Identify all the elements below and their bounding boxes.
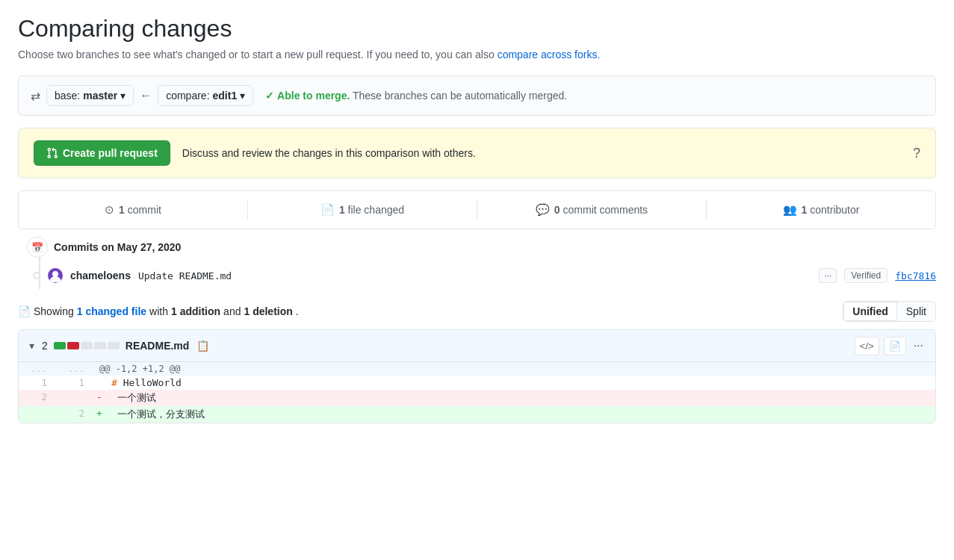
- more-options-button[interactable]: ···: [911, 336, 926, 355]
- new-line-num: 1: [56, 376, 93, 390]
- files-header: 📄 Showing 1 changed file with 1 addition…: [18, 301, 936, 322]
- split-view-button[interactable]: Split: [897, 302, 935, 321]
- base-branch-button[interactable]: base: master ▾: [46, 85, 134, 106]
- old-line-num-add: [19, 406, 56, 423]
- files-count: 1 file changed: [339, 204, 404, 216]
- diff-deleted-row: 2 - 一个测试: [19, 390, 935, 406]
- deletion-count: 1 deletion: [244, 305, 292, 317]
- compare-branch-button[interactable]: compare: edit1 ▾: [158, 85, 253, 106]
- stat-commits: ⊙ 1 commit: [19, 200, 247, 220]
- pr-icon: [46, 147, 58, 159]
- unified-view-button[interactable]: Unified: [843, 302, 896, 321]
- hunk-old-num: ...: [19, 362, 56, 376]
- code-line: # HelloWorld: [105, 376, 935, 390]
- base-label: base:: [55, 90, 80, 102]
- del-sign: -: [93, 390, 105, 406]
- merge-desc: These branches can be automatically merg…: [353, 90, 567, 102]
- diff-file-icons: </> 📄 ···: [855, 336, 926, 355]
- and-text: and: [223, 305, 241, 317]
- hunk-new-num: ...: [56, 362, 93, 376]
- showing-text: Showing: [34, 305, 74, 317]
- diff-added-row: 2 + 一个测试，分支测试: [19, 406, 935, 423]
- commit-dots-button[interactable]: ···: [819, 268, 837, 283]
- comments-count: 0 commit comments: [554, 204, 648, 216]
- pr-description: Discuss and review the changes in this c…: [182, 147, 476, 159]
- timeline: 📅 Commits on May 27, 2020 chameloens Upd…: [18, 241, 936, 289]
- chevron-down-icon-2: ▾: [240, 90, 245, 102]
- diff-block: ▾ 2 README.md 📋 </> 📄 ··· ... ... @@ -1: [18, 329, 936, 423]
- chevron-down-icon: ▾: [120, 90, 126, 102]
- commit-hash-link[interactable]: fbc7816: [895, 270, 936, 281]
- files-changed-icon: 📄: [18, 305, 31, 317]
- collapse-button[interactable]: ▾: [28, 338, 36, 353]
- check-icon: ✓: [265, 90, 274, 102]
- add-code-line: 一个测试，分支测试: [105, 406, 935, 423]
- line-sign: [93, 376, 105, 390]
- added-pill: [54, 342, 66, 349]
- diff-table: ... ... @@ -1,2 +1,2 @@ 1 1 # HelloWorld…: [19, 362, 935, 423]
- commits-section: 📅 Commits on May 27, 2020 chameloens Upd…: [18, 241, 936, 289]
- copy-path-button[interactable]: 📋: [195, 338, 211, 353]
- old-line-num-del: 2: [19, 390, 56, 406]
- with-text: with: [149, 305, 168, 317]
- compare-label: compare:: [166, 90, 209, 102]
- stats-bar: ⊙ 1 commit 📄 1 file changed 💬 0 commit c…: [18, 190, 936, 229]
- stat-contributors: 👥 1 contributor: [706, 200, 935, 220]
- base-branch-name: master: [83, 90, 117, 102]
- commit-message: Update README.md: [138, 270, 811, 281]
- removed-pill: [67, 342, 79, 349]
- commit-dot: [33, 272, 40, 279]
- new-line-num-del: [56, 390, 93, 406]
- merge-status: ✓ Able to merge. These branches can be a…: [265, 90, 567, 102]
- diff-filename: README.md: [126, 340, 190, 352]
- diff-hunk-row: ... ... @@ -1,2 +1,2 @@: [19, 362, 935, 376]
- contributors-icon: 👥: [783, 203, 797, 217]
- branch-bar: ⇄ base: master ▾ ← compare: edit1 ▾ ✓ Ab…: [18, 75, 936, 116]
- changed-files-link[interactable]: 1 changed file: [77, 305, 146, 317]
- commit-count: 1 commit: [119, 204, 161, 216]
- old-line-num: 1: [19, 376, 56, 390]
- view-rendered-button[interactable]: 📄: [884, 337, 906, 355]
- subtitle: Choose two branches to see what's change…: [18, 49, 936, 60]
- pr-banner: Create pull request Discuss and review t…: [18, 128, 936, 178]
- compare-forks-link[interactable]: compare across forks.: [498, 49, 601, 60]
- addition-count: 1 addition: [171, 305, 220, 317]
- diff-normal-row: 1 1 # HelloWorld: [19, 376, 935, 390]
- commit-verified-badge: Verified: [844, 268, 888, 283]
- pr-banner-left: Create pull request Discuss and review t…: [34, 140, 476, 166]
- arrow-icon: ←: [140, 89, 152, 102]
- svg-point-0: [52, 271, 58, 277]
- commit-icon: ⊙: [105, 203, 114, 217]
- commits-date-header: 📅 Commits on May 27, 2020: [48, 241, 936, 253]
- neutral-pill-2: [94, 342, 106, 349]
- hunk-header-content: @@ -1,2 +1,2 @@: [93, 362, 935, 376]
- diff-stat-count: 2: [42, 340, 48, 352]
- neutral-pill-1: [81, 342, 93, 349]
- file-icon: 📄: [320, 203, 335, 217]
- diff-file-header-left: ▾ 2 README.md 📋: [28, 338, 211, 353]
- view-code-button[interactable]: </>: [855, 337, 879, 355]
- create-pr-button[interactable]: Create pull request: [34, 140, 170, 166]
- compare-branch-name: edit1: [213, 90, 238, 102]
- able-to-merge: Able to merge.: [277, 90, 350, 102]
- view-toggle: Unified Split: [843, 301, 936, 322]
- page-title: Comparing changes: [18, 15, 936, 43]
- commits-date-label: Commits on May 27, 2020: [48, 241, 181, 253]
- contributors-count: 1 contributor: [802, 204, 860, 216]
- create-pr-label: Create pull request: [63, 147, 158, 159]
- sync-icon: ⇄: [31, 89, 40, 103]
- help-icon[interactable]: ?: [913, 146, 920, 161]
- commit-author[interactable]: chameloens: [70, 270, 131, 281]
- add-sign: +: [93, 406, 105, 423]
- neutral-pill-3: [108, 342, 120, 349]
- comment-icon: 💬: [536, 203, 550, 217]
- diff-file-header: ▾ 2 README.md 📋 </> 📄 ···: [19, 330, 935, 362]
- new-line-num-add: 2: [56, 406, 93, 423]
- del-code-line: 一个测试: [105, 390, 935, 406]
- stat-comments: 💬 0 commit comments: [477, 200, 706, 220]
- period: .: [296, 305, 299, 317]
- commit-calendar-icon: 📅: [27, 237, 48, 258]
- files-header-left: 📄 Showing 1 changed file with 1 addition…: [18, 305, 299, 317]
- commit-row: chameloens Update README.md ··· Verified…: [48, 262, 936, 289]
- avatar: [48, 268, 63, 283]
